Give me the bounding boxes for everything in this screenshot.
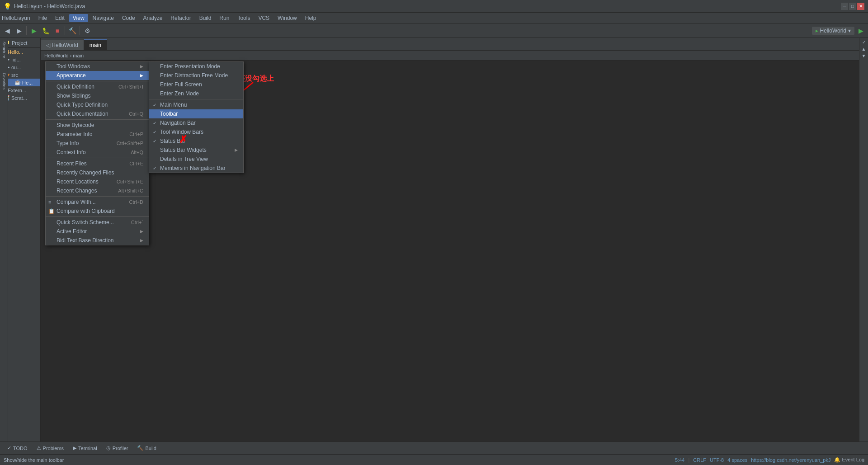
menu-bar: HelloLiayun File Edit View Navigate Code…	[0, 13, 868, 23]
shortcut-label: Ctrl+Shift+I	[118, 84, 143, 89]
view-menu-item-label: Quick Definition	[57, 84, 94, 90]
app-icon: 💡	[4, 3, 11, 10]
view-menu-type-info[interactable]: Type Info Ctrl+Shift+P	[46, 139, 149, 148]
terminal-icon: ▶	[73, 445, 76, 451]
menu-item-view[interactable]: View	[69, 14, 88, 22]
toolbar-back-button[interactable]: ◀	[2, 25, 13, 36]
view-menu-item-label: Active Editor	[57, 228, 87, 235]
bottom-tab-terminal[interactable]: ▶ Terminal	[69, 444, 101, 452]
bottom-tab-label: Profiler	[113, 446, 128, 451]
view-menu-item-label: Compare With...	[57, 199, 96, 205]
build-icon: 🔨	[137, 445, 143, 451]
menu-item-edit[interactable]: Edit	[52, 14, 68, 22]
status-encoding[interactable]: UTF-8	[710, 457, 724, 463]
toolbar-sep-2	[65, 26, 65, 35]
right-sidebar-icon-2[interactable]: ▲	[862, 47, 866, 52]
toolbar-settings-button[interactable]: ⚙	[82, 25, 93, 36]
view-menu-recently-changed[interactable]: Recently Changed Files	[46, 168, 149, 177]
chevron-down-icon: ▾	[848, 28, 851, 34]
view-menu-item-label: Quick Documentation	[57, 111, 108, 117]
right-sidebar-icon-3[interactable]: ▼	[862, 53, 866, 58]
minimize-button[interactable]: ─	[841, 3, 848, 10]
status-bar-left: Show/hide the main toolbar	[4, 457, 64, 463]
status-message: Show/hide the main toolbar	[4, 457, 64, 463]
editor-tabs: ◁ HelloWorld main	[41, 38, 859, 51]
bottom-bar: ✓ TODO ⚠ Problems ▶ Terminal ◷ Profiler …	[0, 442, 868, 454]
menu-item-navigate[interactable]: Navigate	[89, 14, 118, 22]
toolbar-sep-1	[26, 26, 27, 35]
close-button[interactable]: ✕	[857, 3, 864, 10]
view-menu-parameter-info[interactable]: Parameter Info Ctrl+P	[46, 130, 149, 139]
menu-item-file[interactable]: File	[35, 14, 51, 22]
menu-item-run[interactable]: Run	[216, 14, 233, 22]
menu-item-vcs[interactable]: VCS	[255, 14, 273, 22]
editor-content[interactable]: import org.springframework.context.suppo…	[41, 61, 859, 136]
profiler-icon: ◷	[106, 445, 111, 451]
view-menu-tool-windows[interactable]: Tool Windows	[46, 62, 149, 71]
code-line-7: }	[41, 122, 859, 132]
view-menu-recent-locations[interactable]: Recent Locations Ctrl+Shift+E	[46, 177, 149, 186]
right-sidebar: ✓ ▲ ▼	[859, 38, 868, 442]
view-menu-bidi-text[interactable]: Bidi Text Base Direction	[46, 236, 149, 245]
view-menu-show-bytecode[interactable]: Show Bytecode	[46, 121, 149, 130]
tab-helloworld[interactable]: ◁ HelloWorld	[41, 40, 84, 50]
sidebar-title: Project	[12, 40, 27, 46]
menu-item-help[interactable]: Help	[302, 14, 320, 22]
menu-item-window[interactable]: Window	[274, 14, 301, 22]
view-menu-item-label: Parameter Info	[57, 131, 92, 137]
view-menu-show-siblings[interactable]: Show Siblings	[46, 91, 149, 100]
view-menu-item-label: Show Siblings	[57, 93, 90, 99]
right-sidebar-icon-1[interactable]: ✓	[862, 40, 866, 45]
tab-main[interactable]: main	[84, 39, 107, 50]
bottom-tab-build[interactable]: 🔨 Build	[133, 444, 160, 452]
view-menu-item-label: Show Bytecode	[57, 122, 94, 128]
view-menu-compare-with[interactable]: ≡ Compare With... Ctrl+D	[46, 197, 149, 207]
view-menu-recent-files[interactable]: Recent Files Ctrl+E	[46, 159, 149, 168]
menu-item-code[interactable]: Code	[118, 14, 139, 22]
view-menu-active-editor[interactable]: Active Editor	[46, 227, 149, 236]
toolbar-stop-button[interactable]: ■	[52, 25, 63, 36]
structure-tab[interactable]: Structure	[1, 40, 7, 60]
bottom-tab-label: Problems	[43, 446, 64, 451]
status-crlf[interactable]: CRLF	[693, 457, 706, 463]
toolbar-run-config-run[interactable]: ▶	[855, 25, 866, 36]
shortcut-label: Ctrl+Shift+E	[117, 179, 143, 184]
menu-item-build[interactable]: Build	[196, 14, 215, 22]
maximize-button[interactable]: □	[849, 3, 856, 10]
left-tab-strip: Structure Favorites	[0, 38, 8, 442]
run-config-selector[interactable]: ▸ HelloWorld ▾	[812, 27, 854, 35]
code-line-5: System.out.println("Hello Liayun");	[52, 103, 859, 113]
toolbar: ◀ ▶ ▶ 🐛 ■ 🔨 ⚙ ▸ HelloWorld ▾ ▶	[0, 23, 868, 38]
main-layout: 📁 Project ▾ Hello... ▸ .id... ▸ ou... ▾ …	[0, 38, 868, 442]
view-menu-dropdown: Tool Windows Appearance Quick Definition…	[45, 61, 149, 245]
view-menu-appearance[interactable]: Appearance	[46, 71, 149, 80]
toolbar-forward-button[interactable]: ▶	[14, 25, 24, 36]
menu-item-tools[interactable]: Tools	[234, 14, 254, 22]
app-name: HelloLiayun	[2, 15, 30, 21]
view-menu-quick-switch[interactable]: Quick Switch Scheme... Ctrl+`	[46, 218, 149, 227]
code-line-3: public class HelloWorld {	[41, 84, 859, 94]
status-link[interactable]: https://blog.csdn.net/yerenyuan_pkJ	[751, 457, 830, 463]
view-menu-quick-type-def[interactable]: Quick Type Definition	[46, 100, 149, 109]
view-menu-quick-doc[interactable]: Quick Documentation Ctrl+Q	[46, 109, 149, 118]
status-bar: Show/hide the main toolbar 5:44 | CRLF U…	[0, 454, 868, 465]
event-log-label[interactable]: 🔔 Event Log	[834, 457, 864, 463]
favorites-tab[interactable]: Favorites	[1, 71, 7, 91]
status-spaces[interactable]: 4 spaces	[727, 457, 747, 463]
view-menu-item-label: Tool Windows	[57, 63, 90, 70]
bottom-tab-todo[interactable]: ✓ TODO	[4, 444, 31, 452]
run-config-name: HelloWorld	[820, 28, 846, 34]
view-menu-quick-definition[interactable]: Quick Definition Ctrl+Shift+I	[46, 82, 149, 91]
view-menu-recent-changes[interactable]: Recent Changes Alt+Shift+C	[46, 186, 149, 195]
view-menu-context-info[interactable]: Context Info Alt+Q	[46, 148, 149, 157]
bottom-tab-profiler[interactable]: ◷ Profiler	[103, 444, 132, 452]
toolbar-run-button[interactable]: ▶	[28, 25, 39, 36]
menu-item-analyze[interactable]: Analyze	[140, 14, 166, 22]
menu-item-refactor[interactable]: Refactor	[167, 14, 194, 22]
bottom-tab-problems[interactable]: ⚠ Problems	[33, 444, 67, 452]
title-bar-left: 💡 HelloLiayun - HelloWorld.java	[4, 3, 85, 10]
toolbar-debug-button[interactable]: 🐛	[40, 25, 51, 36]
view-menu-item-label: Recent Locations	[57, 178, 99, 185]
toolbar-build-button[interactable]: 🔨	[67, 25, 78, 36]
view-menu-compare-clipboard[interactable]: 📋 Compare with Clipboard	[46, 207, 149, 216]
